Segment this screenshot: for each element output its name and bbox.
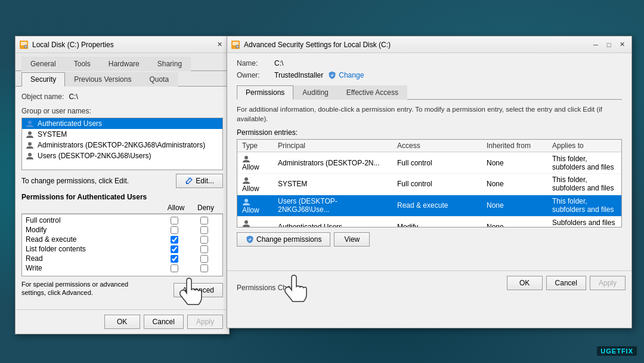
perm-header: Permissions for Authenticated Users	[21, 193, 223, 201]
perm-modify: Modify	[23, 225, 221, 235]
permissions-table-container: Type Principal Access Inherited from App…	[237, 139, 622, 227]
object-name-value: C:\	[69, 93, 78, 101]
svg-point-3	[25, 45, 27, 47]
tab-quota[interactable]: Quota	[140, 72, 178, 87]
tab-effective-access[interactable]: Effective Access	[338, 85, 407, 100]
col-inherited: Inherited from	[482, 140, 547, 152]
user-system[interactable]: SYSTEM	[22, 129, 222, 140]
shield-small-icon	[328, 71, 336, 79]
tab-tools[interactable]: Tools	[65, 57, 100, 71]
right-cancel-button[interactable]: Cancel	[546, 276, 586, 290]
permissions-change-label: Permissions Change	[237, 284, 303, 292]
left-close-btn[interactable]: ✕	[213, 39, 225, 50]
tab-general[interactable]: General	[21, 57, 65, 71]
change-info: To change permissions, click Edit.	[21, 177, 129, 185]
perm-list-folder: List folder contents	[23, 244, 221, 254]
change-link[interactable]: Change	[339, 71, 364, 79]
left-apply-button[interactable]: Apply	[187, 315, 223, 329]
left-dialog: Local Disk (C:) Properties ✕ General Too…	[15, 36, 230, 334]
user-administrators[interactable]: Administrators (DESKTOP-2NKGJ68\Administ…	[22, 140, 222, 150]
right-apply-button[interactable]: Apply	[590, 276, 626, 290]
read-execute-allow[interactable]	[171, 236, 178, 244]
svg-point-8	[188, 177, 190, 180]
user-authenticated[interactable]: Authenticated Users	[22, 118, 222, 129]
perm-col-header	[24, 204, 161, 212]
table-row-selected[interactable]: Allow Users (DESKTOP-2NKGJ68\Use... Read…	[237, 195, 621, 216]
name-value: C:\	[274, 59, 283, 67]
right-dialog-title: Advanced Security Settings for Local Dis…	[244, 41, 590, 49]
perm-read: Read	[23, 254, 221, 263]
list-folder-deny[interactable]	[200, 245, 208, 253]
left-dialog-title: Local Disk (C:) Properties	[32, 41, 213, 49]
view-button[interactable]: View	[334, 232, 370, 247]
table-row[interactable]: Allow Authenticated Users Modify None Su…	[237, 216, 621, 227]
info-text: For additional information, double-click…	[237, 104, 622, 124]
left-cancel-button[interactable]: Cancel	[144, 315, 184, 329]
change-permissions-button[interactable]: Change permissions	[237, 232, 330, 247]
col-access: Access	[392, 140, 482, 152]
left-ok-button[interactable]: OK	[104, 315, 140, 329]
deny-header: Deny	[191, 204, 221, 212]
user-users[interactable]: Users (DESKTOP-2NKGJ68\Users)	[22, 150, 222, 161]
special-text: For special permissions or advanced sett…	[21, 280, 141, 297]
table-row[interactable]: Allow Administrators (DESKTOP-2N... Full…	[237, 152, 621, 174]
col-applies-to: Applies to	[547, 140, 621, 152]
col-type: Type	[237, 140, 273, 152]
owner-value: TrustedInstaller	[274, 71, 323, 79]
col-principal: Principal	[273, 140, 392, 152]
perm-full-control: Full control	[23, 216, 221, 225]
svg-point-5	[28, 131, 32, 135]
write-deny[interactable]	[200, 264, 208, 272]
table-row[interactable]: Allow SYSTEM Full control None This fold…	[237, 174, 621, 195]
tab-auditing[interactable]: Auditing	[293, 85, 337, 100]
svg-point-14	[244, 177, 248, 181]
watermark: UGETFIX	[597, 346, 637, 356]
left-bottom-buttons: OK Cancel Apply	[16, 309, 229, 334]
svg-point-15	[244, 199, 248, 202]
right-disk-icon	[231, 40, 240, 50]
disk-icon	[19, 40, 29, 50]
right-minimize-btn[interactable]: ─	[590, 39, 602, 50]
svg-point-16	[244, 220, 248, 224]
shield-btn-icon	[246, 235, 254, 244]
name-label: Name:	[237, 59, 270, 67]
modify-allow[interactable]	[171, 226, 178, 234]
read-deny[interactable]	[200, 255, 208, 263]
object-name-label: Object name:	[21, 93, 64, 101]
svg-point-6	[28, 142, 32, 146]
read-allow[interactable]	[171, 255, 178, 263]
svg-point-4	[28, 121, 32, 124]
allow-header: Allow	[161, 204, 191, 212]
tab-previous-versions[interactable]: Previous Versions	[65, 72, 140, 87]
full-control-deny[interactable]	[200, 217, 208, 224]
left-title-buttons: ✕	[213, 39, 225, 50]
perm-read-execute: Read & execute	[23, 235, 221, 244]
write-allow[interactable]	[171, 264, 178, 272]
permissions-table: Type Principal Access Inherited from App…	[237, 140, 621, 227]
edit-button[interactable]: Edit...	[176, 174, 223, 188]
right-dialog: Advanced Security Settings for Local Dis…	[227, 36, 632, 328]
right-maximize-btn[interactable]: □	[603, 39, 615, 50]
perm-write: Write	[23, 263, 221, 273]
group-label: Group or user names:	[21, 107, 223, 115]
full-control-allow[interactable]	[171, 217, 178, 224]
tab-security[interactable]: Security	[21, 72, 65, 87]
modify-deny[interactable]	[200, 226, 208, 234]
advanced-button[interactable]: Advanced	[174, 283, 223, 297]
perm-entries-label: Permission entries:	[237, 128, 622, 137]
svg-point-12	[237, 45, 239, 47]
tab-sharing[interactable]: Sharing	[148, 57, 191, 71]
right-close-btn[interactable]: ✕	[616, 39, 628, 50]
list-folder-allow[interactable]	[171, 245, 178, 253]
permissions-list: Full control Modify Read & execute List …	[21, 214, 223, 276]
tab-hardware[interactable]: Hardware	[100, 57, 148, 71]
right-ok-button[interactable]: OK	[507, 276, 543, 290]
owner-label: Owner:	[237, 71, 270, 79]
read-execute-deny[interactable]	[200, 236, 208, 244]
tab-permissions[interactable]: Permissions	[237, 85, 293, 100]
svg-point-7	[28, 153, 32, 156]
svg-point-13	[244, 156, 248, 159]
right-title-bar: Advanced Security Settings for Local Dis…	[227, 36, 631, 53]
left-title-bar: Local Disk (C:) Properties ✕	[16, 36, 229, 53]
right-title-buttons: ─ □ ✕	[590, 39, 628, 50]
